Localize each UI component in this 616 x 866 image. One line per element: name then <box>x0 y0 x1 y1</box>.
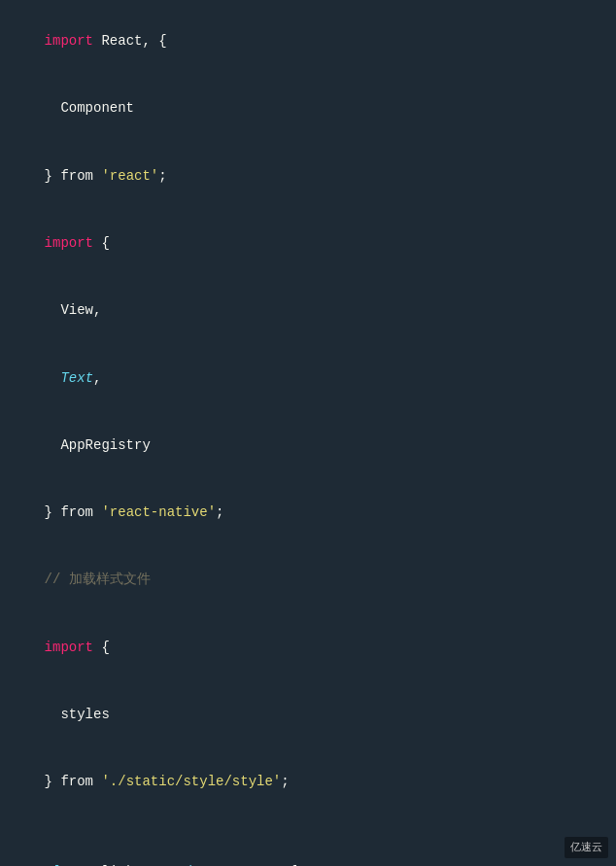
code-line: } from 'react-native'; <box>0 479 616 546</box>
keyword: import <box>45 640 93 655</box>
code-line: import React, { <box>0 8 616 75</box>
code-text: ; <box>216 504 223 520</box>
code-text: , <box>93 370 101 386</box>
code-line: Text, <box>0 344 616 411</box>
code-text: Text <box>60 370 93 386</box>
code-line: class Blink extends Component { <box>0 838 616 866</box>
watermark-text: 亿速云 <box>570 841 602 852</box>
code-line: // 加载样式文件 <box>0 546 616 613</box>
code-text: styles <box>45 707 110 722</box>
code-text <box>45 370 61 386</box>
code-line: } from 'react'; <box>0 143 616 210</box>
code-editor: import React, { Component } from 'react'… <box>0 0 616 866</box>
code-line: import { <box>0 614 616 681</box>
code-text: { <box>93 640 110 655</box>
code-line: } from './static/style/style'; <box>0 748 616 815</box>
string-literal: 'react-native' <box>101 504 216 520</box>
code-text: React, { <box>93 33 167 49</box>
keyword: import <box>45 235 93 251</box>
code-text: { <box>93 235 110 251</box>
code-text: ; <box>158 168 166 184</box>
code-text: Component <box>45 100 134 116</box>
code-text: } from <box>45 168 102 184</box>
keyword: import <box>45 33 93 49</box>
string-literal: 'react' <box>101 168 158 184</box>
string-literal: './static/style/style' <box>101 774 281 789</box>
code-text: } from <box>45 504 102 520</box>
code-line: Component <box>0 75 616 142</box>
code-line: AppRegistry <box>0 412 616 479</box>
watermark-badge: 亿速云 <box>565 837 608 858</box>
code-line: styles <box>0 681 616 748</box>
code-text: View, <box>45 302 102 318</box>
code-text: AppRegistry <box>45 437 151 453</box>
code-line: View, <box>0 277 616 344</box>
code-line: import { <box>0 210 616 277</box>
code-text: ; <box>281 774 289 789</box>
code-text: } from <box>45 774 102 789</box>
comment: // 加载样式文件 <box>45 572 151 587</box>
code-line <box>0 815 616 838</box>
